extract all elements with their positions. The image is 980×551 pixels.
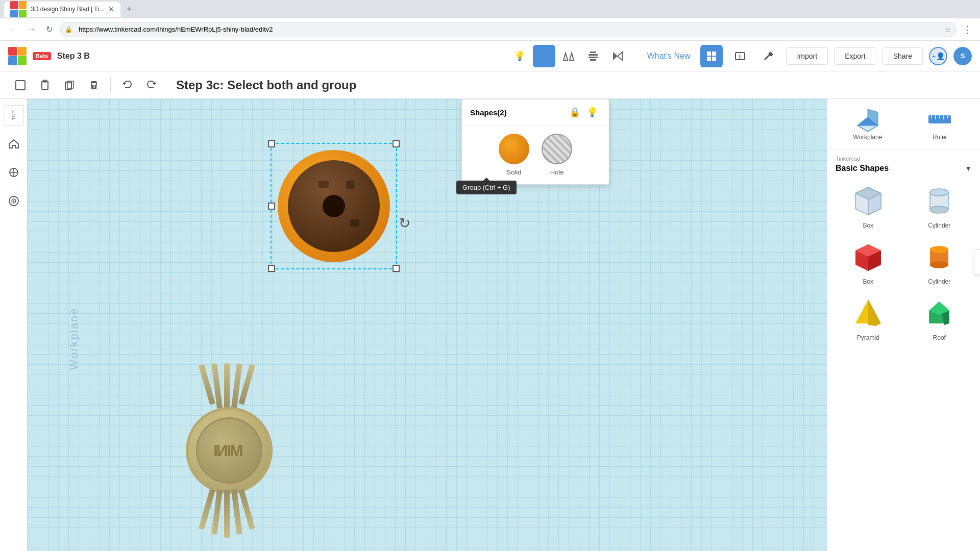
project-name[interactable]: Step 3 B [57, 52, 90, 61]
tab-close-btn[interactable]: ✕ [108, 5, 114, 13]
import-btn[interactable]: Import [786, 47, 828, 65]
ruler-svg-icon [924, 107, 955, 132]
shapes-light-btn[interactable]: 💡 [583, 106, 601, 119]
roof-label: Roof [933, 334, 946, 341]
svg-rect-7 [590, 59, 596, 61]
workplane-tool-btn[interactable] [10, 75, 31, 95]
redo-icon [145, 79, 158, 91]
workplane-btn[interactable]: Workplane [852, 107, 883, 141]
disc-detail-3 [350, 219, 359, 227]
hole-label: Hole [550, 168, 564, 176]
duplicate-btn[interactable] [59, 75, 80, 95]
mountain-outline-btn[interactable] [557, 45, 580, 67]
shape-item-box-solid[interactable]: Box [836, 237, 901, 287]
home-view-btn[interactable] [4, 134, 24, 154]
disc-center-dot [323, 195, 345, 217]
bookmark-icon[interactable]: ☆ [945, 26, 951, 34]
expand-shapes-btn[interactable]: › [974, 249, 980, 275]
box-wireframe-label: Box [863, 222, 873, 229]
light-bulb-btn[interactable]: 💡 [508, 45, 531, 67]
shape-item-cylinder-wireframe[interactable]: Cylinder [907, 181, 972, 231]
solid-option[interactable]: Solid [499, 134, 529, 176]
add-user-btn[interactable]: +👤 [929, 47, 947, 65]
box-solid-icon [848, 239, 889, 275]
new-tab-btn[interactable]: + [122, 4, 136, 15]
fit-view-btn[interactable] [4, 162, 24, 183]
svg-rect-4 [589, 54, 598, 56]
workplane-ruler-row: Workplane Ruler [827, 99, 980, 149]
category-dropdown-btn[interactable]: ▼ [965, 164, 972, 172]
duplicate-icon [63, 79, 76, 91]
fit-view-icon [8, 166, 20, 179]
svg-marker-9 [618, 52, 622, 60]
svg-point-42 [930, 189, 948, 196]
forward-btn[interactable]: → [24, 23, 39, 36]
shapes-lock-btn[interactable]: 🔒 [566, 106, 583, 119]
ruler-btn[interactable]: Ruler [924, 107, 955, 141]
user-avatar[interactable]: S [953, 47, 972, 65]
hole-option[interactable]: Hole [542, 134, 572, 176]
mini-wings [181, 363, 273, 411]
browser-menu-btn[interactable]: ⋮ [961, 22, 974, 37]
shape-item-cylinder-solid[interactable]: Cylinder [907, 237, 972, 287]
mountain-solid-icon [538, 51, 550, 61]
right-sidebar: Workplane Ruler Tinkercad Basic Shapes ▼ [827, 99, 980, 551]
pyramid-icon [848, 295, 889, 331]
undo-btn[interactable] [117, 75, 137, 95]
viewport[interactable]: Workplane MINI [28, 99, 827, 551]
logo-icon [8, 47, 27, 65]
align-btn[interactable] [582, 45, 604, 67]
box-solid-label: Box [863, 278, 873, 285]
address-bar[interactable] [60, 22, 957, 37]
grid-icon [706, 51, 717, 61]
svg-line-17 [765, 54, 770, 59]
shape-tools-group: 💡 [508, 45, 629, 67]
active-tab[interactable]: 3D design Shiny Blad | Ti... ✕ [4, 2, 120, 17]
group-tooltip: Group (Ctrl + G) [456, 181, 517, 194]
code-btn[interactable]: {} [729, 45, 751, 67]
shape-item-pyramid[interactable]: Pyramid [836, 293, 901, 343]
top-view-indicator: TOP [4, 105, 24, 126]
rotate-handle[interactable]: ↻ [399, 215, 410, 232]
hammer-btn[interactable] [757, 45, 780, 67]
tinkercad-logo [8, 47, 27, 65]
basic-shapes-header: Basic Shapes ▼ [836, 164, 972, 173]
tinkercad-category-label: Tinkercad [836, 156, 972, 162]
mini-logo-object[interactable]: MINI [186, 363, 273, 538]
camera-btn[interactable] [4, 191, 24, 211]
shape-item-roof[interactable]: Roof [907, 293, 972, 343]
delete-btn[interactable] [84, 75, 104, 95]
shapes-popup-header: Shapes(2) 🔒 💡 [462, 99, 609, 126]
disc-object[interactable]: ↻ [278, 150, 390, 262]
shapes-grid: Box Cylinder [827, 175, 980, 349]
top-label-text: TOP [11, 111, 16, 120]
export-btn[interactable]: Export [834, 47, 876, 65]
mountain-outline-icon [562, 51, 575, 61]
tooltip-arrow [483, 178, 489, 181]
share-btn[interactable]: Share [883, 47, 923, 65]
whats-new-btn[interactable]: What's New [643, 52, 695, 61]
grid-view-btn[interactable] [700, 45, 723, 67]
beta-badge: Beta [33, 52, 51, 60]
paste-btn[interactable] [35, 75, 55, 95]
flip-btn[interactable] [606, 45, 629, 67]
shapes-popup-title: Shapes(2) [470, 108, 566, 117]
align-icon [587, 51, 599, 61]
refresh-btn[interactable]: ↻ [43, 22, 56, 36]
hole-shape-preview [542, 134, 572, 164]
shape-item-box-wireframe[interactable]: Box [836, 181, 901, 231]
redo-btn[interactable] [141, 75, 162, 95]
undo-icon [121, 79, 133, 91]
back-btn[interactable]: ← [6, 23, 20, 36]
category-section: Tinkercad Basic Shapes ▼ [827, 149, 980, 175]
disc-outer [278, 150, 390, 262]
solid-shape-preview [499, 134, 529, 164]
mountain-solid-btn[interactable] [533, 45, 555, 67]
mini-badge-inner: MINI [196, 417, 262, 484]
cylinder-solid-label: Cylinder [928, 278, 950, 285]
svg-rect-6 [590, 52, 596, 53]
tooltip-text: Group (Ctrl + G) [462, 184, 510, 191]
ruler-label: Ruler [933, 134, 947, 141]
main-layout: TOP Workplane [0, 99, 980, 551]
workplane-label: Workplane [853, 134, 882, 141]
